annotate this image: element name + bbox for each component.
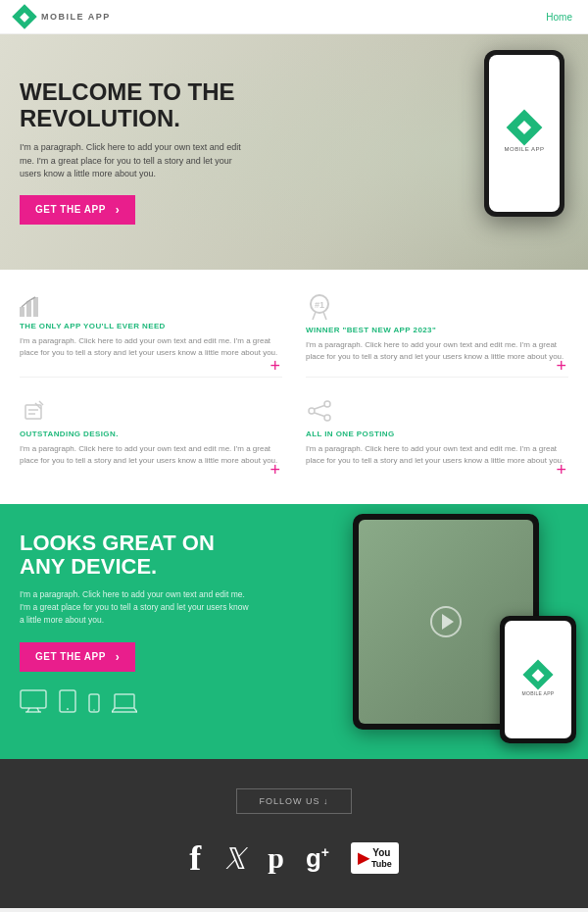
feature-para-1: I'm a paragraph. Click here to add your …: [20, 335, 282, 359]
hero-section: WELCOME TO THE REVOLUTION. I'm a paragra…: [0, 34, 588, 270]
svg-rect-1: [26, 301, 31, 317]
feature-para-2: I'm a paragraph. Click here to add your …: [306, 339, 568, 363]
follow-button[interactable]: FOLLOW US ↓: [236, 788, 351, 814]
feature-para-3: I'm a paragraph. Click here to add your …: [20, 443, 282, 467]
feature-item-3: OUTSTANDING DESIGN. I'm a paragraph. Cli…: [20, 397, 282, 481]
tablet-play-icon: [430, 606, 462, 637]
chart-icon: [20, 293, 282, 317]
phone-icon: [88, 693, 100, 713]
pinterest-icon[interactable]: p: [268, 841, 284, 875]
social-icons-row: f 𝕏 p g+ ▶ YouTube: [20, 837, 568, 879]
feature-title-1: THE ONLY APP YOU'LL EVER NEED: [20, 322, 282, 330]
home-link[interactable]: Home: [546, 12, 572, 23]
tablet-icon: [59, 689, 76, 713]
green-cta-button[interactable]: GET THE APP ›: [20, 642, 135, 672]
svg-rect-25: [115, 694, 134, 708]
svg-rect-2: [33, 297, 38, 317]
hero-title: WELCOME TO THE REVOLUTION.: [20, 79, 255, 131]
laptop-icon: [112, 693, 137, 713]
features-section: THE ONLY APP YOU'LL EVER NEED I'm a para…: [0, 270, 588, 504]
monitor-icon: [20, 689, 47, 713]
youtube-icon[interactable]: ▶ YouTube: [351, 842, 399, 874]
share-icon: [306, 397, 568, 425]
svg-point-24: [93, 709, 95, 711]
feature-plus-2[interactable]: +: [556, 357, 566, 375]
green-cta-arrow-icon: ›: [116, 650, 121, 664]
logo-diamond-icon: [12, 4, 36, 28]
nav-logo-text: MOBILE APP: [41, 12, 111, 22]
svg-line-11: [35, 403, 41, 409]
svg-line-6: [323, 312, 326, 320]
svg-text:#1: #1: [315, 300, 324, 310]
navbar: MOBILE APP Home: [0, 0, 588, 34]
svg-line-5: [313, 312, 316, 320]
phone-app-icon: [507, 110, 543, 146]
svg-rect-0: [20, 307, 24, 317]
svg-point-12: [324, 401, 330, 407]
feature-title-3: OUTSTANDING DESIGN.: [20, 430, 282, 438]
svg-line-15: [315, 406, 324, 410]
svg-point-14: [309, 408, 315, 414]
feature-plus-3[interactable]: +: [270, 461, 280, 479]
feature-plus-1[interactable]: +: [270, 357, 280, 375]
device-icons: [20, 689, 255, 713]
feature-item-1: THE ONLY APP YOU'LL EVER NEED I'm a para…: [20, 293, 282, 378]
green-devices-visual: MOBILE APP: [294, 504, 588, 759]
facebook-icon[interactable]: f: [189, 837, 201, 879]
hero-cta-button[interactable]: GET THE APP ›: [20, 195, 135, 225]
dark-section: FOLLOW US ↓ f 𝕏 p g+ ▶ YouTube: [0, 759, 588, 908]
feature-title-4: ALL IN ONE POSTING: [306, 430, 568, 438]
small-phone-mockup: MOBILE APP: [500, 616, 576, 743]
feature-para-4: I'm a paragraph. Click here to add your …: [306, 443, 568, 467]
hero-content: WELCOME TO THE REVOLUTION. I'm a paragra…: [0, 52, 274, 251]
svg-line-16: [315, 413, 324, 417]
hero-cta-arrow-icon: ›: [116, 203, 121, 217]
twitter-icon[interactable]: 𝕏: [222, 841, 246, 876]
pencil-icon: [20, 397, 282, 425]
green-para: I'm a paragraph. Click here to add your …: [20, 588, 255, 626]
nav-logo: MOBILE APP: [16, 8, 111, 25]
green-content: LOOKS GREAT ON ANY DEVICE. I'm a paragra…: [20, 532, 255, 739]
footer-section: CONTACT US: 2601 Misson st.San Francisco…: [0, 908, 588, 912]
hero-cta-label: GET THE APP: [35, 204, 106, 215]
hero-phone: MOBILE APP: [484, 50, 564, 217]
award-icon: #1: [306, 293, 568, 321]
svg-point-13: [324, 415, 330, 421]
hero-para: I'm a paragraph. Click here to add your …: [20, 141, 255, 181]
svg-rect-17: [21, 690, 46, 708]
small-phone-app-icon: [522, 659, 553, 689]
feature-item-4: ALL IN ONE POSTING I'm a paragraph. Clic…: [306, 397, 568, 481]
feature-title-2: WINNER "BEST NEW APP 2023": [306, 326, 568, 334]
feature-item-2: #1 WINNER "BEST NEW APP 2023" I'm a para…: [306, 293, 568, 378]
green-title: LOOKS GREAT ON ANY DEVICE.: [20, 532, 255, 579]
small-phone-app-label: MOBILE APP: [521, 690, 554, 696]
green-cta-label: GET THE APP: [35, 651, 106, 662]
googleplus-icon[interactable]: g+: [306, 843, 329, 874]
svg-point-22: [67, 708, 69, 710]
green-section: LOOKS GREAT ON ANY DEVICE. I'm a paragra…: [0, 504, 588, 759]
feature-plus-4[interactable]: +: [556, 461, 566, 479]
phone-app-label: MOBILE APP: [504, 146, 544, 152]
